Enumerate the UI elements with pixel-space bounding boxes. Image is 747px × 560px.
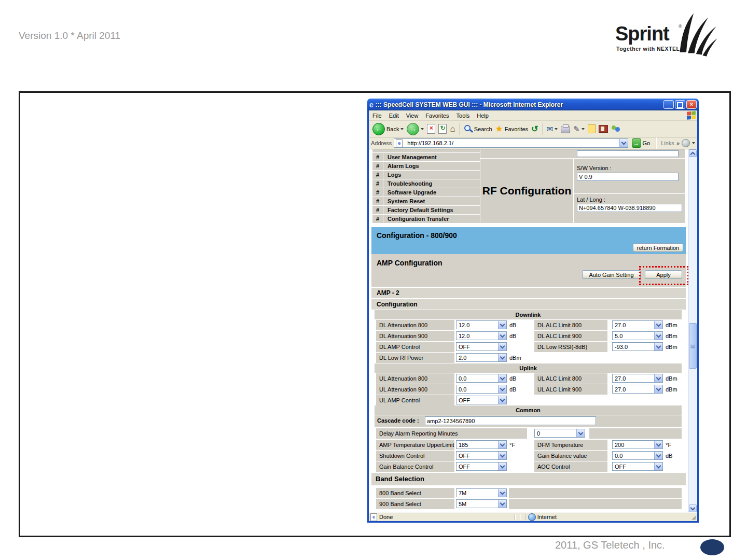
mail-dropdown-icon[interactable] [555, 128, 558, 130]
selected-value: 12.0 [459, 332, 469, 340]
ul-attenuation-900-select[interactable]: 0.0 [456, 385, 507, 394]
sw-version-cell: S/W Version : [574, 159, 685, 193]
sidebar-item-user-management[interactable]: User Management [383, 153, 480, 161]
search-button[interactable]: Search [464, 124, 492, 133]
sidebar-item-troubleshooting[interactable]: Troubleshooting [383, 179, 480, 188]
dfm-temperature-select[interactable]: 200 [612, 440, 663, 449]
shutdown-control-select[interactable]: OFF [456, 451, 507, 460]
latlong-input[interactable] [577, 204, 682, 212]
apply-button[interactable]: Apply [645, 270, 682, 279]
band-800-select[interactable]: 7M [456, 488, 507, 497]
hash-bullet: # [372, 171, 383, 179]
mail-button[interactable]: ✉ [547, 124, 558, 134]
address-input[interactable] [406, 139, 617, 147]
chevron-down-icon [654, 343, 662, 351]
links-label[interactable]: Links [661, 140, 674, 146]
maximize-icon [677, 102, 683, 108]
sidebar-item-software-upgrade[interactable]: Software Upgrade [383, 188, 480, 197]
delay-alarm-select[interactable]: 0 [534, 429, 585, 438]
menu-view[interactable]: View [403, 113, 422, 119]
research-book-icon [599, 125, 608, 133]
edit-button[interactable]: ✎ [573, 124, 585, 134]
selected-value: 27.0 [615, 321, 626, 329]
cascade-code-label: Cascade code : [377, 417, 419, 424]
favorites-button[interactable]: ★ Favorites [495, 123, 529, 134]
menu-tools[interactable]: Tools [453, 113, 474, 119]
vertical-scrollbar[interactable] [688, 149, 697, 512]
menu-help[interactable]: Help [473, 113, 492, 119]
refresh-button[interactable]: ↻ [438, 124, 447, 134]
dl-attenuation-800-select[interactable]: 12.0 [456, 320, 507, 329]
gain-balance-value-select[interactable]: 0.0 [612, 451, 663, 460]
stop-button[interactable]: × [427, 124, 435, 134]
scroll-down-button[interactable] [689, 505, 697, 512]
ul-amp-control-select[interactable]: OFF [456, 396, 507, 404]
return-formation-button[interactable]: return Formation [633, 243, 683, 252]
version-label: Version 1.0 * April 2011 [19, 30, 120, 41]
title-bar[interactable]: e ::: SpeedCell SYSTEM WEB GUI ::: - Mic… [367, 99, 699, 110]
sidebar-item-factory-default-settings[interactable]: Factory Default Settings [383, 206, 480, 214]
ul-attenuation-800-select[interactable]: 0.0 [456, 374, 507, 383]
dl-amp-control-select[interactable]: OFF [456, 342, 507, 351]
addon-dropdown-icon[interactable] [692, 142, 695, 144]
latlong-cell: Lat / Long : [574, 194, 685, 223]
back-button[interactable]: ← Back [372, 123, 404, 135]
research-button[interactable] [599, 125, 608, 133]
edit-dropdown-icon[interactable] [582, 128, 585, 130]
aoc-control-select[interactable]: OFF [612, 462, 663, 471]
scrollbar-thumb[interactable] [689, 323, 697, 369]
auto-gain-setting-button[interactable]: Auto Gain Setting [582, 270, 641, 279]
back-dropdown-icon[interactable] [400, 128, 404, 130]
menu-favorites[interactable]: Favorites [422, 113, 452, 119]
address-dropdown-icon[interactable] [619, 139, 628, 147]
back-label: Back [386, 126, 399, 132]
field-label: Shutdown Control [376, 451, 454, 461]
band-900-select[interactable]: 5M [456, 499, 507, 508]
hash-bullet: # [372, 215, 383, 223]
sw-version-input[interactable] [577, 173, 679, 181]
cascade-code-input[interactable] [425, 416, 596, 425]
scroll-up-button[interactable] [689, 149, 697, 157]
dl-low-rf-power-select[interactable]: 2.0 [456, 353, 507, 362]
dl-alc-limit-900-select[interactable]: 5.0 [612, 331, 663, 340]
favorites-star-icon: ★ [495, 123, 503, 134]
stop-icon: × [427, 124, 435, 134]
links-more-icon[interactable]: » [676, 140, 680, 146]
dl-low-rssi-select[interactable]: -93.0 [612, 342, 663, 351]
sidebar-item-configuration-transfer[interactable]: Configuration Transfer [383, 215, 480, 223]
rf-config-cell: RF Configuration [480, 159, 573, 223]
dl-alc-limit-800-select[interactable]: 27.0 [612, 320, 663, 329]
dl-attenuation-900-select[interactable]: 12.0 [456, 331, 507, 340]
amp-temperature-select[interactable]: 185 [456, 440, 507, 449]
notes-button[interactable] [588, 124, 596, 133]
chevron-down-icon [498, 396, 506, 404]
footer-ellipse-decoration [700, 539, 724, 555]
maximize-button[interactable] [675, 100, 685, 109]
print-button[interactable] [561, 124, 570, 133]
ul-alc-limit-900-select[interactable]: 27.0 [612, 385, 663, 394]
close-button[interactable]: × [686, 100, 697, 109]
selected-value: 185 [459, 441, 468, 449]
unit-label: °F [509, 442, 515, 448]
field-label: UL ALC Limit 800 [534, 373, 607, 384]
messenger-button[interactable] [611, 124, 620, 133]
home-button[interactable]: ⌂ [450, 124, 455, 134]
go-button[interactable]: → Go [632, 138, 651, 148]
sidebar-item-system-reset[interactable]: System Reset [383, 197, 480, 205]
ul-alc-limit-800-select[interactable]: 27.0 [612, 374, 663, 383]
menu-edit[interactable]: Edit [385, 113, 403, 119]
resize-grip[interactable]: ◢ [691, 514, 696, 520]
status-done-text: Done [379, 514, 393, 520]
menu-file[interactable]: File [369, 113, 385, 119]
sidebar-item-logs[interactable]: Logs [383, 171, 480, 179]
window-border-bottom [367, 521, 699, 523]
minimize-button[interactable]: _ [663, 100, 674, 109]
flag-blue [687, 116, 691, 120]
forward-dropdown-icon[interactable] [421, 128, 424, 130]
gain-balance-control-select[interactable]: OFF [456, 462, 507, 471]
partial-input[interactable] [577, 150, 679, 157]
sidebar-item-alarm-logs[interactable]: Alarm Logs [383, 162, 480, 170]
forward-button[interactable]: → [407, 123, 424, 135]
history-button[interactable]: ↺ [531, 124, 538, 134]
addon-icon[interactable] [682, 139, 690, 147]
